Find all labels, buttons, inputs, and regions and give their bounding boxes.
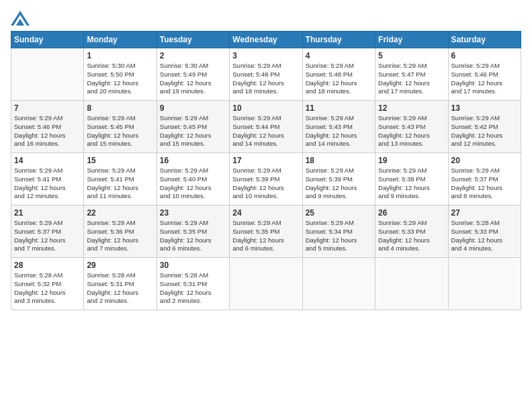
calendar-cell <box>230 258 302 310</box>
calendar-cell <box>302 258 375 310</box>
calendar-cell: 2Sunrise: 5:30 AM Sunset: 5:49 PM Daylig… <box>157 48 229 101</box>
cell-text: Sunrise: 5:29 AM Sunset: 5:45 PM Dayligh… <box>87 114 153 148</box>
day-number: 23 <box>160 208 226 218</box>
week-row-2: 7Sunrise: 5:29 AM Sunset: 5:46 PM Daylig… <box>11 101 521 153</box>
day-number: 16 <box>160 156 226 165</box>
day-number: 6 <box>451 51 518 60</box>
day-header-monday: Monday <box>84 32 157 48</box>
cell-text: Sunrise: 5:29 AM Sunset: 5:48 PM Dayligh… <box>306 62 372 96</box>
cell-text: Sunrise: 5:29 AM Sunset: 5:43 PM Dayligh… <box>306 114 372 148</box>
calendar-cell: 27Sunrise: 5:28 AM Sunset: 5:33 PM Dayli… <box>448 205 521 258</box>
calendar-cell: 5Sunrise: 5:29 AM Sunset: 5:47 PM Daylig… <box>375 48 448 101</box>
day-header-row: SundayMondayTuesdayWednesdayThursdayFrid… <box>11 32 521 48</box>
calendar-cell: 4Sunrise: 5:29 AM Sunset: 5:48 PM Daylig… <box>302 48 375 101</box>
cell-text: Sunrise: 5:28 AM Sunset: 5:33 PM Dayligh… <box>451 219 518 253</box>
calendar-cell: 21Sunrise: 5:29 AM Sunset: 5:37 PM Dayli… <box>11 205 84 258</box>
day-number: 3 <box>232 51 299 60</box>
cell-text: Sunrise: 5:29 AM Sunset: 5:45 PM Dayligh… <box>160 114 226 148</box>
cell-text: Sunrise: 5:29 AM Sunset: 5:39 PM Dayligh… <box>232 167 299 201</box>
week-row-5: 28Sunrise: 5:28 AM Sunset: 5:32 PM Dayli… <box>11 258 521 310</box>
page-header <box>11 11 521 26</box>
cell-text: Sunrise: 5:29 AM Sunset: 5:48 PM Dayligh… <box>232 62 299 96</box>
calendar-cell: 26Sunrise: 5:29 AM Sunset: 5:33 PM Dayli… <box>375 205 448 258</box>
day-number: 5 <box>378 51 445 60</box>
cell-text: Sunrise: 5:29 AM Sunset: 5:37 PM Dayligh… <box>451 167 518 201</box>
logo-icon <box>11 11 30 26</box>
day-number: 4 <box>306 51 372 60</box>
cell-text: Sunrise: 5:29 AM Sunset: 5:35 PM Dayligh… <box>160 219 226 253</box>
cell-text: Sunrise: 5:29 AM Sunset: 5:40 PM Dayligh… <box>160 167 226 201</box>
calendar-table: SundayMondayTuesdayWednesdayThursdayFrid… <box>11 31 521 310</box>
cell-text: Sunrise: 5:29 AM Sunset: 5:34 PM Dayligh… <box>306 219 372 253</box>
day-header-wednesday: Wednesday <box>230 32 302 48</box>
calendar-cell: 29Sunrise: 5:28 AM Sunset: 5:31 PM Dayli… <box>84 258 157 310</box>
calendar-cell: 8Sunrise: 5:29 AM Sunset: 5:45 PM Daylig… <box>84 101 157 153</box>
day-number: 25 <box>306 208 372 218</box>
day-number: 22 <box>87 208 153 218</box>
calendar-cell: 16Sunrise: 5:29 AM Sunset: 5:40 PM Dayli… <box>157 153 229 205</box>
week-row-3: 14Sunrise: 5:29 AM Sunset: 5:41 PM Dayli… <box>11 153 521 205</box>
day-number: 8 <box>87 103 153 113</box>
day-header-tuesday: Tuesday <box>157 32 229 48</box>
calendar-cell: 11Sunrise: 5:29 AM Sunset: 5:43 PM Dayli… <box>302 101 375 153</box>
cell-text: Sunrise: 5:30 AM Sunset: 5:49 PM Dayligh… <box>160 62 226 96</box>
day-header-sunday: Sunday <box>11 32 84 48</box>
day-number: 30 <box>160 261 226 270</box>
calendar-cell: 7Sunrise: 5:29 AM Sunset: 5:46 PM Daylig… <box>11 101 84 153</box>
cell-text: Sunrise: 5:29 AM Sunset: 5:46 PM Dayligh… <box>14 114 81 148</box>
week-row-1: 1Sunrise: 5:30 AM Sunset: 5:50 PM Daylig… <box>11 48 521 101</box>
day-number: 12 <box>378 103 445 113</box>
cell-text: Sunrise: 5:29 AM Sunset: 5:44 PM Dayligh… <box>232 114 299 148</box>
day-number: 1 <box>87 51 153 60</box>
day-number: 17 <box>232 156 299 165</box>
cell-text: Sunrise: 5:28 AM Sunset: 5:31 PM Dayligh… <box>160 271 226 306</box>
day-number: 21 <box>14 208 81 218</box>
day-number: 20 <box>451 156 518 165</box>
day-number: 29 <box>87 261 153 270</box>
day-header-friday: Friday <box>375 32 448 48</box>
cell-text: Sunrise: 5:29 AM Sunset: 5:41 PM Dayligh… <box>14 167 81 201</box>
day-number: 2 <box>160 51 226 60</box>
day-number: 28 <box>14 261 81 270</box>
calendar-cell: 3Sunrise: 5:29 AM Sunset: 5:48 PM Daylig… <box>230 48 302 101</box>
calendar-cell: 28Sunrise: 5:28 AM Sunset: 5:32 PM Dayli… <box>11 258 84 310</box>
calendar-cell <box>375 258 448 310</box>
calendar-cell: 12Sunrise: 5:29 AM Sunset: 5:43 PM Dayli… <box>375 101 448 153</box>
calendar-cell: 24Sunrise: 5:29 AM Sunset: 5:35 PM Dayli… <box>230 205 302 258</box>
cell-text: Sunrise: 5:29 AM Sunset: 5:46 PM Dayligh… <box>451 62 518 96</box>
calendar-cell: 9Sunrise: 5:29 AM Sunset: 5:45 PM Daylig… <box>157 101 229 153</box>
calendar-cell: 14Sunrise: 5:29 AM Sunset: 5:41 PM Dayli… <box>11 153 84 205</box>
cell-text: Sunrise: 5:29 AM Sunset: 5:42 PM Dayligh… <box>451 114 518 148</box>
day-number: 18 <box>306 156 372 165</box>
calendar-cell: 19Sunrise: 5:29 AM Sunset: 5:38 PM Dayli… <box>375 153 448 205</box>
calendar-cell: 6Sunrise: 5:29 AM Sunset: 5:46 PM Daylig… <box>448 48 521 101</box>
calendar-cell: 30Sunrise: 5:28 AM Sunset: 5:31 PM Dayli… <box>157 258 229 310</box>
cell-text: Sunrise: 5:29 AM Sunset: 5:37 PM Dayligh… <box>14 219 81 253</box>
day-number: 27 <box>451 208 518 218</box>
day-number: 11 <box>306 103 372 113</box>
cell-text: Sunrise: 5:28 AM Sunset: 5:32 PM Dayligh… <box>14 271 81 306</box>
day-number: 24 <box>232 208 299 218</box>
calendar-cell: 17Sunrise: 5:29 AM Sunset: 5:39 PM Dayli… <box>230 153 302 205</box>
cell-text: Sunrise: 5:29 AM Sunset: 5:35 PM Dayligh… <box>232 219 299 253</box>
day-header-thursday: Thursday <box>302 32 375 48</box>
calendar-cell: 20Sunrise: 5:29 AM Sunset: 5:37 PM Dayli… <box>448 153 521 205</box>
day-number: 7 <box>14 103 81 113</box>
calendar-cell: 15Sunrise: 5:29 AM Sunset: 5:41 PM Dayli… <box>84 153 157 205</box>
cell-text: Sunrise: 5:29 AM Sunset: 5:39 PM Dayligh… <box>306 167 372 201</box>
day-number: 15 <box>87 156 153 165</box>
calendar-cell <box>11 48 84 101</box>
calendar-cell: 1Sunrise: 5:30 AM Sunset: 5:50 PM Daylig… <box>84 48 157 101</box>
calendar-cell: 10Sunrise: 5:29 AM Sunset: 5:44 PM Dayli… <box>230 101 302 153</box>
calendar-cell: 23Sunrise: 5:29 AM Sunset: 5:35 PM Dayli… <box>157 205 229 258</box>
day-number: 10 <box>232 103 299 113</box>
day-number: 9 <box>160 103 226 113</box>
cell-text: Sunrise: 5:28 AM Sunset: 5:31 PM Dayligh… <box>87 271 153 306</box>
day-header-saturday: Saturday <box>448 32 521 48</box>
calendar-cell: 25Sunrise: 5:29 AM Sunset: 5:34 PM Dayli… <box>302 205 375 258</box>
cell-text: Sunrise: 5:29 AM Sunset: 5:43 PM Dayligh… <box>378 114 445 148</box>
cell-text: Sunrise: 5:29 AM Sunset: 5:47 PM Dayligh… <box>378 62 445 96</box>
calendar-cell <box>448 258 521 310</box>
logo <box>11 11 32 26</box>
day-number: 26 <box>378 208 445 218</box>
